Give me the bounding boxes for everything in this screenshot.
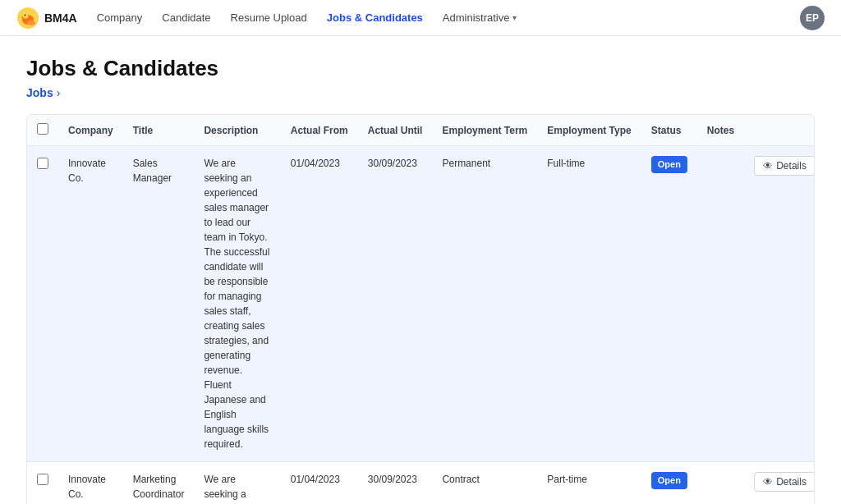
jobs-table: Company Title Description Actual From Ac…	[27, 115, 815, 504]
table-header-row: Company Title Description Actual From Ac…	[27, 115, 815, 146]
details-label: Details	[776, 476, 807, 488]
col-header-notes: Notes	[697, 115, 744, 146]
col-header-actual-from: Actual From	[281, 115, 358, 146]
col-header-status: Status	[641, 115, 697, 146]
row-employment-term: Contract	[432, 462, 537, 505]
table-row: Innovate Co. Sales Manager We are seekin…	[27, 146, 815, 462]
navbar: BM4A Company Candidate Resume Upload Job…	[0, 0, 841, 36]
administrative-chevron: ▾	[512, 13, 517, 22]
row-employment-type: Part-time	[537, 462, 641, 505]
status-badge: Open	[651, 156, 687, 173]
table-body: Innovate Co. Sales Manager We are seekin…	[27, 146, 815, 505]
nav-company[interactable]: Company	[97, 11, 143, 24]
svg-point-5	[27, 21, 35, 25]
svg-point-3	[25, 14, 26, 16]
nav-resume-upload[interactable]: Resume Upload	[231, 11, 307, 24]
col-header-company: Company	[58, 115, 123, 146]
row-title: Marketing Coordinator	[123, 462, 195, 505]
col-header-employment-term: Employment Term	[432, 115, 537, 146]
page-content: Jobs & Candidates Jobs › Company Title D…	[0, 36, 841, 504]
status-badge: Open	[651, 472, 687, 489]
row-actual-from: 01/04/2023	[281, 462, 358, 505]
breadcrumb: Jobs ›	[26, 86, 815, 99]
nav-administrative[interactable]: Administrative ▾	[443, 11, 517, 24]
table-row: Innovate Co. Marketing Coordinator We ar…	[27, 462, 815, 505]
nav-jobs-candidates[interactable]: Jobs & Candidates	[327, 11, 423, 24]
col-header-employment-type: Employment Type	[537, 115, 641, 146]
nav-candidate[interactable]: Candidate	[162, 11, 210, 24]
breadcrumb-arrow: ›	[57, 86, 61, 99]
row-actions-cell: 👁 Details ⋮	[744, 462, 815, 505]
page-title: Jobs & Candidates	[26, 56, 815, 81]
user-avatar-button[interactable]: EP	[800, 6, 825, 30]
row-checkbox-0[interactable]	[37, 158, 48, 169]
details-eye-icon: 👁	[763, 160, 773, 172]
row-employment-type: Full-time	[537, 146, 641, 462]
nav-right: EP	[800, 6, 825, 30]
logo-icon	[16, 7, 39, 30]
row-description: We are seeking a marketing coordinator t…	[194, 462, 280, 505]
row-actual-from: 01/04/2023	[281, 146, 358, 462]
select-all-checkbox[interactable]	[37, 123, 48, 135]
jobs-table-wrapper: Company Title Description Actual From Ac…	[26, 114, 815, 504]
row-status: Open	[641, 462, 697, 505]
row-actions-cell: 👁 Details ⋮	[744, 146, 815, 462]
row-employment-term: Permanent	[432, 146, 537, 462]
col-header-actual-until: Actual Until	[358, 115, 433, 146]
row-actual-until: 30/09/2023	[358, 462, 433, 505]
details-eye-icon: 👁	[763, 476, 773, 488]
row-notes	[697, 146, 744, 462]
app-logo[interactable]: BM4A	[16, 7, 77, 30]
breadcrumb-jobs[interactable]: Jobs	[26, 86, 53, 99]
row-status: Open	[641, 146, 697, 462]
col-header-check	[27, 115, 58, 146]
row-company: Innovate Co.	[58, 146, 123, 462]
col-header-title: Title	[123, 115, 195, 146]
col-header-description: Description	[194, 115, 280, 146]
row-actual-until: 30/09/2023	[358, 146, 433, 462]
logo-text: BM4A	[44, 11, 77, 25]
row-check-cell	[27, 146, 58, 462]
col-header-actions	[744, 115, 815, 146]
row-checkbox-1[interactable]	[37, 474, 48, 485]
row-description: We are seeking an experienced sales mana…	[194, 146, 280, 462]
details-button-1[interactable]: 👁 Details	[754, 472, 815, 492]
row-title: Sales Manager	[123, 146, 195, 462]
details-button-0[interactable]: 👁 Details	[754, 156, 815, 176]
row-check-cell	[27, 462, 58, 505]
details-label: Details	[776, 160, 807, 172]
row-notes	[697, 462, 744, 505]
row-company: Innovate Co.	[58, 462, 123, 505]
